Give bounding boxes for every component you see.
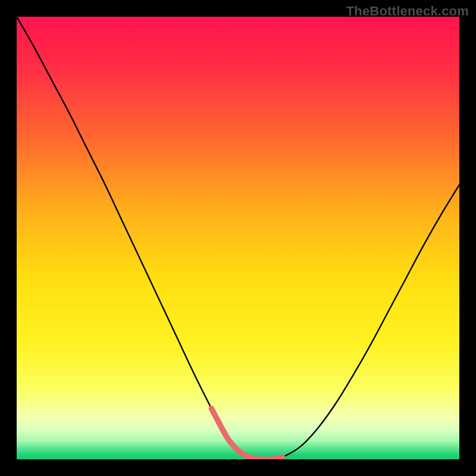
bottleneck-curve bbox=[17, 17, 459, 459]
bottleneck-curve-highlight bbox=[211, 408, 282, 459]
plot-area bbox=[17, 17, 459, 459]
chart-frame: TheBottleneck.com bbox=[0, 0, 476, 476]
curve-layer bbox=[17, 17, 459, 459]
